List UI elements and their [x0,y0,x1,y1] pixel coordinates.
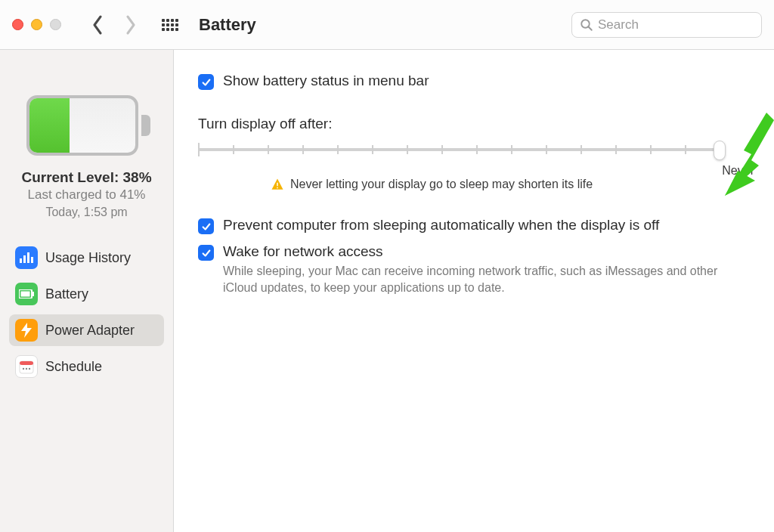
usage-history-icon [15,246,38,269]
prevent-sleep-checkbox[interactable] [198,218,214,234]
last-charged-label: Last charged to 41% [9,187,164,203]
slider-ticks [198,143,720,156]
svg-rect-15 [277,183,278,187]
maximize-window-button[interactable] [50,19,61,30]
sidebar-item-label: Usage History [45,250,131,266]
last-charged-when: Today, 1:53 pm [9,206,164,219]
sidebar-nav: Usage History Battery Power Adapter Sche… [9,242,164,382]
minimize-window-button[interactable] [31,19,42,30]
svg-rect-8 [21,292,30,297]
svg-point-14 [29,368,30,370]
prevent-sleep-label: Prevent computer from sleeping automatic… [223,217,659,234]
slider-value-label: Never [722,164,754,178]
search-field[interactable]: Search [571,12,762,38]
battery-icon [15,283,38,305]
svg-rect-7 [33,292,34,296]
battery-body-icon [26,95,138,156]
show-status-label: Show battery status in menu bar [223,73,429,89]
show-status-checkbox[interactable] [198,74,214,90]
svg-marker-9 [21,323,32,338]
close-window-button[interactable] [12,19,23,30]
sidebar-item-schedule[interactable]: Schedule [9,351,164,382]
svg-line-1 [588,26,592,30]
window-controls [12,19,61,30]
back-button[interactable] [90,14,105,36]
sidebar-item-usage-history[interactable]: Usage History [9,242,164,274]
svg-point-13 [26,368,27,370]
check-icon [201,248,212,258]
wake-network-checkbox[interactable] [198,245,214,261]
svg-rect-11 [20,361,33,365]
svg-rect-5 [31,257,33,263]
forward-button[interactable] [123,14,138,36]
check-icon [201,77,212,88]
search-placeholder: Search [598,17,639,32]
battery-tip-icon [141,115,150,136]
battery-fill-icon [29,98,70,153]
display-off-label: Turn display off after: [198,116,754,132]
svg-rect-16 [277,187,278,189]
power-adapter-icon [15,319,38,342]
svg-rect-2 [20,258,22,263]
display-sleep-warning: Never letting your display go to sleep m… [271,178,754,191]
search-icon [580,18,593,32]
check-icon [201,221,212,232]
wake-network-label: Wake for network access [223,243,754,260]
svg-point-12 [23,368,24,370]
sidebar-item-label: Schedule [45,359,102,375]
sidebar-item-label: Battery [45,286,88,302]
nav-buttons [90,14,138,36]
warning-text: Never letting your display go to sleep m… [290,178,593,191]
wake-network-description: While sleeping, your Mac can receive inc… [223,263,752,295]
display-off-slider[interactable]: Never [198,137,754,172]
schedule-icon [15,355,38,378]
battery-illustration [26,95,147,156]
warning-icon [271,178,284,191]
svg-rect-4 [27,252,29,263]
current-level-label: Current Level: 38% [9,169,164,186]
slider-thumb[interactable] [714,141,726,160]
sidebar-item-label: Power Adapter [45,323,135,339]
sidebar: Current Level: 38% Last charged to 41% T… [0,50,174,532]
main-panel: Show battery status in menu bar Turn dis… [174,50,774,532]
toolbar: Battery Search [0,0,774,50]
sidebar-item-battery[interactable]: Battery [9,278,164,310]
svg-rect-3 [23,255,26,263]
sidebar-item-power-adapter[interactable]: Power Adapter [9,314,164,346]
show-all-prefs-button[interactable] [161,16,179,34]
window-title: Battery [199,15,256,35]
